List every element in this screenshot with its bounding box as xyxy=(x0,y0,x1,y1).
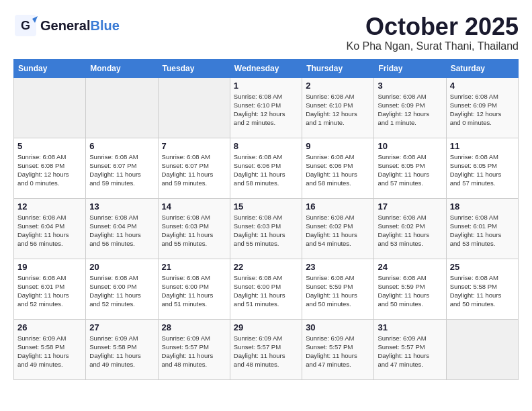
day-number: 19 xyxy=(17,262,82,272)
calendar-cell: 26Sunrise: 6:09 AM Sunset: 5:58 PM Dayli… xyxy=(14,319,86,379)
title-block: October 2025 Ko Pha Ngan, Surat Thani, T… xyxy=(347,13,519,52)
day-info: Sunrise: 6:08 AM Sunset: 6:01 PM Dayligh… xyxy=(450,213,515,248)
calendar-header-row: SundayMondayTuesdayWednesdayThursdayFrid… xyxy=(14,59,519,77)
day-number: 17 xyxy=(378,201,442,212)
calendar-cell: 4Sunrise: 6:08 AM Sunset: 6:09 PM Daylig… xyxy=(446,77,518,138)
day-number: 20 xyxy=(89,262,154,272)
day-number: 10 xyxy=(378,141,442,151)
calendar-cell: 31Sunrise: 6:09 AM Sunset: 5:57 PM Dayli… xyxy=(374,319,446,379)
day-number: 14 xyxy=(162,201,226,212)
calendar-cell: 8Sunrise: 6:08 AM Sunset: 6:06 PM Daylig… xyxy=(230,138,302,198)
calendar-cell: 23Sunrise: 6:08 AM Sunset: 5:59 PM Dayli… xyxy=(302,259,374,319)
day-number: 18 xyxy=(450,201,515,212)
day-number: 29 xyxy=(234,322,298,332)
calendar-cell: 17Sunrise: 6:08 AM Sunset: 6:02 PM Dayli… xyxy=(374,198,446,259)
day-number: 8 xyxy=(234,141,298,151)
day-info: Sunrise: 6:08 AM Sunset: 6:09 PM Dayligh… xyxy=(450,92,515,128)
day-number: 3 xyxy=(378,81,442,91)
location-title: Ko Pha Ngan, Surat Thani, Thailand xyxy=(347,40,519,52)
calendar-cell: 14Sunrise: 6:08 AM Sunset: 6:03 PM Dayli… xyxy=(158,198,230,259)
calendar-cell: 15Sunrise: 6:08 AM Sunset: 6:03 PM Dayli… xyxy=(230,198,302,259)
day-info: Sunrise: 6:08 AM Sunset: 6:08 PM Dayligh… xyxy=(17,152,82,188)
day-info: Sunrise: 6:09 AM Sunset: 5:57 PM Dayligh… xyxy=(378,334,442,369)
calendar-cell: 21Sunrise: 6:08 AM Sunset: 6:00 PM Dayli… xyxy=(158,259,230,319)
day-info: Sunrise: 6:08 AM Sunset: 6:01 PM Dayligh… xyxy=(17,273,82,309)
header-sunday: Sunday xyxy=(14,59,86,77)
logo-text: GeneralBlue xyxy=(40,19,120,32)
calendar-cell: 28Sunrise: 6:09 AM Sunset: 5:57 PM Dayli… xyxy=(158,319,230,379)
calendar-cell: 25Sunrise: 6:08 AM Sunset: 5:58 PM Dayli… xyxy=(446,259,518,319)
calendar-cell: 5Sunrise: 6:08 AM Sunset: 6:08 PM Daylig… xyxy=(14,138,86,198)
day-number: 31 xyxy=(378,322,442,332)
day-info: Sunrise: 6:08 AM Sunset: 6:09 PM Dayligh… xyxy=(378,92,442,128)
day-number: 26 xyxy=(17,322,82,332)
day-number: 15 xyxy=(234,201,298,212)
day-number: 2 xyxy=(306,81,370,91)
calendar-cell xyxy=(86,77,158,138)
day-number: 21 xyxy=(162,262,226,272)
day-number: 9 xyxy=(306,141,370,151)
day-info: Sunrise: 6:08 AM Sunset: 5:59 PM Dayligh… xyxy=(306,273,370,309)
header-thursday: Thursday xyxy=(302,59,374,77)
calendar-cell: 22Sunrise: 6:08 AM Sunset: 6:00 PM Dayli… xyxy=(230,259,302,319)
day-info: Sunrise: 6:08 AM Sunset: 6:04 PM Dayligh… xyxy=(17,213,82,248)
day-info: Sunrise: 6:08 AM Sunset: 6:10 PM Dayligh… xyxy=(306,92,370,128)
day-number: 6 xyxy=(89,141,154,151)
calendar-cell: 30Sunrise: 6:09 AM Sunset: 5:57 PM Dayli… xyxy=(302,319,374,379)
day-info: Sunrise: 6:08 AM Sunset: 6:05 PM Dayligh… xyxy=(378,152,442,188)
day-info: Sunrise: 6:08 AM Sunset: 5:58 PM Dayligh… xyxy=(450,273,515,309)
day-number: 12 xyxy=(17,201,82,212)
header-saturday: Saturday xyxy=(446,59,518,77)
calendar-week-5: 26Sunrise: 6:09 AM Sunset: 5:58 PM Dayli… xyxy=(14,319,519,379)
day-number: 13 xyxy=(89,201,154,212)
day-number: 27 xyxy=(89,322,154,332)
day-info: Sunrise: 6:08 AM Sunset: 6:00 PM Dayligh… xyxy=(162,273,226,309)
calendar-cell: 6Sunrise: 6:08 AM Sunset: 6:07 PM Daylig… xyxy=(86,138,158,198)
month-title: October 2025 xyxy=(347,13,519,40)
day-info: Sunrise: 6:08 AM Sunset: 6:03 PM Dayligh… xyxy=(162,213,226,248)
calendar-cell: 29Sunrise: 6:09 AM Sunset: 5:57 PM Dayli… xyxy=(230,319,302,379)
header-wednesday: Wednesday xyxy=(230,59,302,77)
calendar-cell: 19Sunrise: 6:08 AM Sunset: 6:01 PM Dayli… xyxy=(14,259,86,319)
calendar-cell: 27Sunrise: 6:09 AM Sunset: 5:58 PM Dayli… xyxy=(86,319,158,379)
page-header: G GeneralBlue October 2025 Ko Pha Ngan, … xyxy=(13,13,519,52)
day-number: 22 xyxy=(234,262,298,272)
day-info: Sunrise: 6:08 AM Sunset: 6:04 PM Dayligh… xyxy=(89,213,154,248)
day-info: Sunrise: 6:08 AM Sunset: 6:06 PM Dayligh… xyxy=(306,152,370,188)
calendar-cell xyxy=(14,77,86,138)
calendar-cell: 2Sunrise: 6:08 AM Sunset: 6:10 PM Daylig… xyxy=(302,77,374,138)
calendar-cell xyxy=(158,77,230,138)
day-info: Sunrise: 6:08 AM Sunset: 6:02 PM Dayligh… xyxy=(306,213,370,248)
day-info: Sunrise: 6:08 AM Sunset: 6:00 PM Dayligh… xyxy=(234,273,298,309)
day-info: Sunrise: 6:09 AM Sunset: 5:57 PM Dayligh… xyxy=(306,334,370,369)
day-number: 7 xyxy=(162,141,226,151)
calendar-week-3: 12Sunrise: 6:08 AM Sunset: 6:04 PM Dayli… xyxy=(14,198,519,259)
calendar-cell: 16Sunrise: 6:08 AM Sunset: 6:02 PM Dayli… xyxy=(302,198,374,259)
calendar-cell: 10Sunrise: 6:08 AM Sunset: 6:05 PM Dayli… xyxy=(374,138,446,198)
day-info: Sunrise: 6:09 AM Sunset: 5:57 PM Dayligh… xyxy=(162,334,226,369)
calendar-cell: 1Sunrise: 6:08 AM Sunset: 6:10 PM Daylig… xyxy=(230,77,302,138)
day-info: Sunrise: 6:09 AM Sunset: 5:58 PM Dayligh… xyxy=(17,334,82,369)
day-info: Sunrise: 6:08 AM Sunset: 6:06 PM Dayligh… xyxy=(234,152,298,188)
logo: G GeneralBlue xyxy=(13,13,120,38)
day-info: Sunrise: 6:09 AM Sunset: 5:57 PM Dayligh… xyxy=(234,334,298,369)
day-info: Sunrise: 6:08 AM Sunset: 6:03 PM Dayligh… xyxy=(234,213,298,248)
day-info: Sunrise: 6:08 AM Sunset: 6:05 PM Dayligh… xyxy=(450,152,515,188)
day-info: Sunrise: 6:08 AM Sunset: 6:07 PM Dayligh… xyxy=(89,152,154,188)
day-number: 4 xyxy=(450,81,515,91)
day-info: Sunrise: 6:08 AM Sunset: 6:00 PM Dayligh… xyxy=(89,273,154,309)
logo-icon: G xyxy=(13,13,38,38)
day-number: 16 xyxy=(306,201,370,212)
calendar-week-2: 5Sunrise: 6:08 AM Sunset: 6:08 PM Daylig… xyxy=(14,138,519,198)
calendar-cell: 7Sunrise: 6:08 AM Sunset: 6:07 PM Daylig… xyxy=(158,138,230,198)
day-number: 25 xyxy=(450,262,515,272)
calendar-cell: 24Sunrise: 6:08 AM Sunset: 5:59 PM Dayli… xyxy=(374,259,446,319)
day-number: 11 xyxy=(450,141,515,151)
day-info: Sunrise: 6:08 AM Sunset: 6:10 PM Dayligh… xyxy=(234,92,298,128)
day-info: Sunrise: 6:09 AM Sunset: 5:58 PM Dayligh… xyxy=(89,334,154,369)
calendar-cell: 9Sunrise: 6:08 AM Sunset: 6:06 PM Daylig… xyxy=(302,138,374,198)
calendar-cell: 18Sunrise: 6:08 AM Sunset: 6:01 PM Dayli… xyxy=(446,198,518,259)
day-number: 30 xyxy=(306,322,370,332)
calendar-cell: 20Sunrise: 6:08 AM Sunset: 6:00 PM Dayli… xyxy=(86,259,158,319)
calendar-cell: 11Sunrise: 6:08 AM Sunset: 6:05 PM Dayli… xyxy=(446,138,518,198)
